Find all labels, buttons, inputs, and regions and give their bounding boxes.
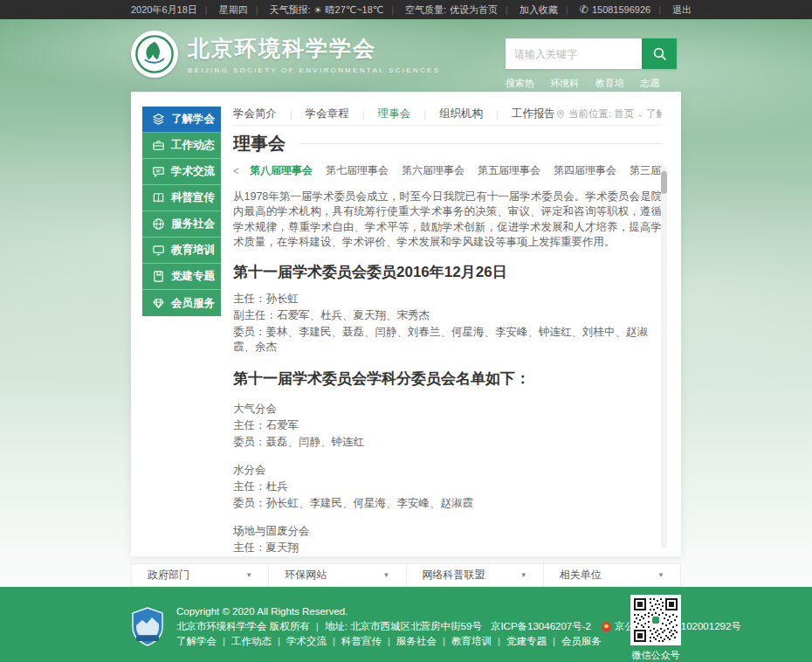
footer-dropdown-related-units[interactable]: 相关单位 ▼ — [544, 564, 680, 586]
subcommittee-group: 大气分会 主任：石爱军 委员：聂磊、闫静、钟连红 — [233, 402, 662, 450]
topbar: 2020年6月18日 星期四 天气预报: ☀ 晴27℃~18℃ 空气质量: 优 … — [0, 0, 812, 19]
search-button[interactable] — [642, 38, 677, 69]
council-tab-4[interactable]: 第四届理事会 — [554, 163, 616, 178]
footer: Copyright © 2020 All Rights Reserved. 北京… — [0, 587, 812, 662]
page: 2020年6月18日 星期四 天气预报: ☀ 晴27℃~18℃ 空气质量: 优 … — [0, 0, 812, 662]
footer-dropdown-env-sites[interactable]: 环保网站 ▼ — [269, 564, 406, 586]
tab-separator: | — [423, 109, 426, 120]
sidebar-item-label: 教育培训 — [171, 243, 215, 258]
tab-council[interactable]: 理事会 — [378, 107, 411, 121]
logo-leaf-icon — [131, 31, 178, 78]
phone-item: ✆ 15081596926 — [558, 3, 650, 16]
council-tab-6[interactable]: 第六届理事会 — [402, 163, 464, 178]
footer-link-about[interactable]: 了解学会 — [176, 634, 231, 649]
hot-words: 搜索热词: 环境科学 教育培训 志愿者 — [506, 77, 677, 103]
scrollbar-thumb[interactable] — [661, 171, 667, 194]
sidebar-item-label: 会员服务 — [171, 296, 215, 311]
tab-separator: | — [362, 109, 365, 120]
subcommittee-group: 场地与固废分会 主任：夏天翔 委员：姜林、余杰 — [233, 524, 662, 556]
sidebar-item-party[interactable]: 党建专题 — [142, 264, 221, 290]
footer-link-party[interactable]: 党建专题 — [506, 634, 561, 649]
logout-link[interactable]: 退出 — [650, 3, 692, 17]
footer-link-member[interactable]: 会员服务 — [561, 634, 602, 649]
sidebar-item-academic[interactable]: 学术交流 — [142, 159, 221, 185]
air-quality-item: 空气质量: 优 — [383, 3, 459, 17]
topbar-left: 2020年6月18日 星期四 天气预报: ☀ 晴27℃~18℃ 空气质量: 优 — [131, 3, 459, 17]
sidebar-item-about[interactable]: 了解学会 — [142, 107, 221, 133]
tab-report[interactable]: 工作报告 — [512, 107, 555, 121]
sidebar-item-news[interactable]: 工作动态 — [142, 133, 221, 159]
group-line: 主任：夏天翔 — [233, 541, 662, 555]
group-line: 主任：石爱军 — [233, 418, 662, 433]
site-subtitle: BEIJING SOCIETY OF ENVIRONMENTAL SCIENCE… — [188, 66, 440, 74]
tab-charter[interactable]: 学会章程 — [306, 107, 349, 121]
footer-link-society[interactable]: 服务社会 — [396, 634, 451, 649]
group-name: 场地与固废分会 — [233, 524, 662, 539]
footer-link-news[interactable]: 工作动态 — [231, 634, 286, 649]
tab-intro[interactable]: 学会简介 — [233, 107, 277, 121]
tab-organization[interactable]: 组织机构 — [439, 107, 483, 121]
footer-link-bar: 政府部门 ▼ 环保网站 ▼ 网络科普联盟 ▼ 相关单位 ▼ — [131, 563, 681, 587]
council-tab-7[interactable]: 第七届理事会 — [326, 163, 389, 178]
footer-dropdown-label: 环保网站 — [285, 568, 327, 583]
page-title: 理事会 — [233, 132, 286, 155]
group-line: 委员：孙长虹、李建民、何星海、李安峰、赵淑霞 — [233, 496, 662, 511]
council-tab-8[interactable]: 第八届理事会 — [250, 163, 313, 178]
group-name: 大气分会 — [233, 402, 662, 417]
sidebar-item-label: 学术交流 — [171, 164, 215, 179]
sun-icon: ☀ — [314, 5, 322, 15]
globe-icon — [152, 217, 165, 231]
tab-separator: | — [290, 109, 292, 120]
phone-number: 15081596926 — [592, 4, 650, 15]
institution-badge — [131, 607, 164, 651]
site-title: 北京环境科学学会 — [188, 34, 440, 63]
footer-link-science[interactable]: 科普宣传 — [341, 634, 396, 649]
footer-dropdown-science-alliance[interactable]: 网络科普联盟 ▼ — [407, 564, 544, 586]
open-book-icon — [152, 191, 165, 204]
set-home-link[interactable]: 设为首页 — [459, 3, 498, 17]
hot-word-link[interactable]: 环境科学 — [550, 77, 583, 103]
icp-link[interactable]: 京ICP备13046207号-2 — [491, 619, 591, 634]
sidebar-item-science[interactable]: 科普宣传 — [142, 185, 221, 211]
hot-word-link[interactable]: 志愿者 — [640, 77, 665, 103]
search-input[interactable] — [506, 38, 642, 69]
footer-dropdown-label: 网络科普联盟 — [423, 568, 485, 583]
air-quality-value: 优 — [450, 3, 459, 17]
breadcrumb-label: 当前位置: — [568, 107, 611, 121]
section-tabs: 学会简介 | 学会章程 | 理事会 | 组织机构 | 工作报告 当前位置: 首页… — [233, 107, 662, 126]
weekday-text: 星期四 — [197, 3, 248, 17]
sidebar-item-label: 科普宣传 — [171, 190, 215, 205]
council-tab-3[interactable]: 第三届理事会 — [630, 163, 662, 178]
committee-line: 主任：孙长虹 — [233, 292, 662, 307]
footer-dropdown-government[interactable]: 政府部门 ▼ — [132, 564, 269, 586]
footer-separator — [310, 619, 325, 634]
site-logo[interactable]: 北京环境科学学会 BEIJING SOCIETY OF ENVIRONMENTA… — [131, 31, 440, 78]
qr-label: 微信公众号 — [630, 649, 681, 662]
chevron-down-icon: ▼ — [657, 571, 664, 579]
layers-icon — [152, 113, 165, 126]
breadcrumb-home[interactable]: 首页 — [614, 107, 634, 121]
search-icon — [652, 46, 667, 61]
scrollbar[interactable] — [661, 166, 667, 548]
council-tab-5[interactable]: 第五届理事会 — [478, 163, 540, 178]
hot-word-link[interactable]: 教育培训 — [595, 77, 629, 103]
phone-icon: ✆ — [580, 3, 588, 16]
footer-link-academic[interactable]: 学术交流 — [286, 634, 341, 649]
topbar-right: 设为首页 加入收藏 ✆ 15081596926 退出 — [459, 3, 692, 17]
prev-arrow[interactable]: < — [233, 165, 239, 177]
sidebar-item-training[interactable]: 教育培训 — [142, 238, 221, 264]
sidebar-item-society[interactable]: 服务社会 — [142, 211, 221, 238]
sidebar-item-label: 了解学会 — [171, 112, 215, 127]
breadcrumb-section[interactable]: 了解学会 — [646, 107, 662, 121]
subcommittee-heading: 第十一届学术委员会学科分委员会名单如下： — [233, 369, 662, 389]
subcommittee-group: 水分会 主任：杜兵 委员：孙长虹、李建民、何星海、李安峰、赵淑霞 — [233, 463, 662, 511]
search-area: 搜索热词: 环境科学 教育培训 志愿者 — [506, 38, 677, 103]
committee-line: 委员：姜林、李建民、聂磊、闫静、刘春兰、何星海、李安峰、钟连红、刘桂中、赵淑霞、… — [233, 325, 662, 355]
briefcase-icon — [152, 139, 165, 152]
sidebar-item-member[interactable]: 会员服务 — [142, 290, 221, 316]
footer-link-training[interactable]: 教育培训 — [451, 634, 506, 649]
favorite-link[interactable]: 加入收藏 — [498, 3, 558, 17]
air-quality-label: 空气质量: — [405, 3, 446, 17]
group-name: 水分会 — [233, 463, 662, 478]
weather-label: 天气预报: — [270, 3, 311, 17]
